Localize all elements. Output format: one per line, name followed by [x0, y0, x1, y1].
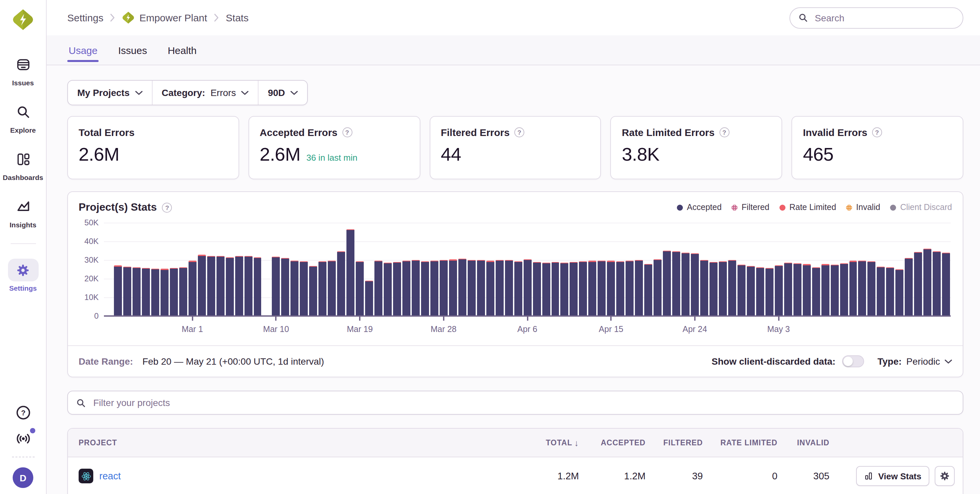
- sort-total[interactable]: TOTAL ↓: [546, 438, 579, 448]
- top-bar: Settings Empower Plant Stats: [47, 0, 980, 35]
- chart-bar: [207, 256, 215, 316]
- chart-bar: [374, 261, 382, 316]
- global-search[interactable]: [789, 7, 963, 28]
- project-stats-panel: Project(s) Stats ? AcceptedFilteredRate …: [67, 191, 963, 377]
- chart-bar: [244, 256, 252, 316]
- help-circle-icon[interactable]: ?: [719, 127, 729, 137]
- sidebar: Issues Explore: [0, 0, 47, 494]
- y-axis-label: 20K: [84, 274, 99, 283]
- breadcrumb-organization[interactable]: Empower Plant: [122, 11, 207, 24]
- tab-issues[interactable]: Issues: [117, 35, 149, 65]
- tab-usage[interactable]: Usage: [67, 35, 99, 65]
- stat-cards: Total Errors 2.6M Accepted Errors? 2.6M3…: [67, 116, 963, 179]
- legend-dot: [846, 204, 852, 210]
- settings-gear-icon: [8, 259, 38, 281]
- chart-bar: [840, 263, 848, 316]
- sidebar-item-issues[interactable]: Issues: [8, 53, 38, 87]
- avatar[interactable]: D: [13, 467, 33, 488]
- chart-bar: [719, 262, 727, 316]
- chart-x-axis: Mar 1Mar 10Mar 19Mar 28Apr 6Apr 15Apr 24…: [104, 316, 951, 340]
- project-selector[interactable]: My Projects: [68, 81, 151, 105]
- help-circle-icon[interactable]: ?: [162, 202, 172, 212]
- sidebar-item-settings[interactable]: Settings: [8, 259, 38, 292]
- tab-health[interactable]: Health: [166, 35, 198, 65]
- sidebar-item-label: Issues: [12, 79, 33, 87]
- x-axis-tick: [275, 317, 277, 321]
- chart-bar: [356, 262, 364, 316]
- client-discard-toggle[interactable]: [842, 355, 864, 367]
- legend-label: Rate Limited: [789, 203, 836, 212]
- project-filter-input[interactable]: [92, 397, 955, 409]
- sentry-logo-icon[interactable]: [12, 9, 34, 31]
- breadcrumb-settings[interactable]: Settings: [67, 12, 103, 23]
- x-axis-label: Apr 24: [682, 325, 707, 334]
- card-title: Filtered Errors: [441, 127, 510, 138]
- help-circle-icon[interactable]: ?: [342, 127, 352, 137]
- react-project-icon: [79, 469, 93, 483]
- category-selector[interactable]: Category: Errors: [151, 81, 258, 105]
- chart-plot: [104, 223, 951, 316]
- legend-dot: [677, 204, 683, 210]
- chart-bar: [514, 262, 522, 316]
- chart-bar: [505, 260, 513, 316]
- sidebar-item-insights[interactable]: Insights: [8, 195, 38, 229]
- y-axis-label: 30K: [84, 255, 99, 265]
- sidebar-nav: Issues Explore: [3, 53, 43, 292]
- card-title: Rate Limited Errors: [622, 127, 714, 138]
- x-axis-label: Mar 19: [347, 325, 373, 334]
- breadcrumb-stats: Stats: [226, 12, 248, 23]
- type-selector[interactable]: Type: Periodic: [877, 356, 952, 367]
- chart-bar: [821, 265, 829, 316]
- chart-bar: [756, 267, 764, 316]
- card-value: 2.6M: [79, 144, 228, 165]
- legend-item[interactable]: Invalid: [846, 203, 880, 212]
- col-accepted: ACCEPTED: [584, 439, 651, 447]
- sidebar-item-dashboards[interactable]: Dashboards: [3, 148, 43, 181]
- chart-bar: [570, 262, 578, 316]
- cell-rate-limited: 0: [708, 471, 783, 481]
- x-axis-label: Apr 15: [599, 325, 624, 334]
- date-range-selector[interactable]: 90D: [258, 81, 307, 105]
- dashboards-grid-icon: [8, 148, 38, 171]
- type-value: Periodic: [906, 356, 940, 367]
- legend-item[interactable]: Filtered: [732, 203, 769, 212]
- chart-bar: [328, 261, 336, 316]
- legend-item[interactable]: Accepted: [677, 203, 722, 212]
- card-value: 44: [441, 144, 590, 165]
- chart-bar: [282, 258, 290, 316]
- card-title: Invalid Errors: [803, 127, 867, 138]
- project-link[interactable]: react: [99, 471, 121, 481]
- legend-item[interactable]: Rate Limited: [780, 203, 836, 212]
- chart-bar: [458, 259, 466, 316]
- chevron-right-icon: [214, 13, 219, 22]
- chart-bar: [896, 269, 904, 316]
- chart-bar: [412, 260, 420, 316]
- chart-bar: [710, 262, 718, 316]
- x-axis-tick: [359, 317, 360, 321]
- view-stats-button[interactable]: View Stats: [856, 466, 929, 486]
- help-icon[interactable]: ?: [15, 405, 31, 421]
- chart-bar: [365, 281, 373, 316]
- search-input[interactable]: [813, 12, 955, 24]
- search-icon: [798, 13, 808, 23]
- chart-bar: [626, 260, 634, 316]
- project-filter[interactable]: [67, 390, 963, 415]
- chart-bar: [784, 262, 792, 316]
- issues-icon: [8, 53, 38, 76]
- toggle-knob: [843, 357, 853, 366]
- broadcasts-icon[interactable]: [15, 431, 31, 447]
- svg-text:?: ?: [21, 409, 25, 417]
- chart-bar: [430, 261, 438, 316]
- help-circle-icon[interactable]: ?: [514, 127, 524, 137]
- sidebar-item-explore[interactable]: Explore: [8, 101, 38, 134]
- chart-bar: [942, 253, 950, 316]
- card-filtered-errors: Filtered Errors? 44: [430, 116, 601, 179]
- chart-bar: [449, 260, 457, 316]
- help-circle-icon[interactable]: ?: [872, 127, 882, 137]
- project-settings-button[interactable]: [935, 466, 955, 486]
- legend-item[interactable]: Client Discard: [890, 203, 952, 212]
- sidebar-dashed-divider: [12, 457, 34, 457]
- chart-bar: [924, 249, 932, 316]
- chart-bar: [151, 268, 159, 316]
- chart-bar: [216, 256, 224, 316]
